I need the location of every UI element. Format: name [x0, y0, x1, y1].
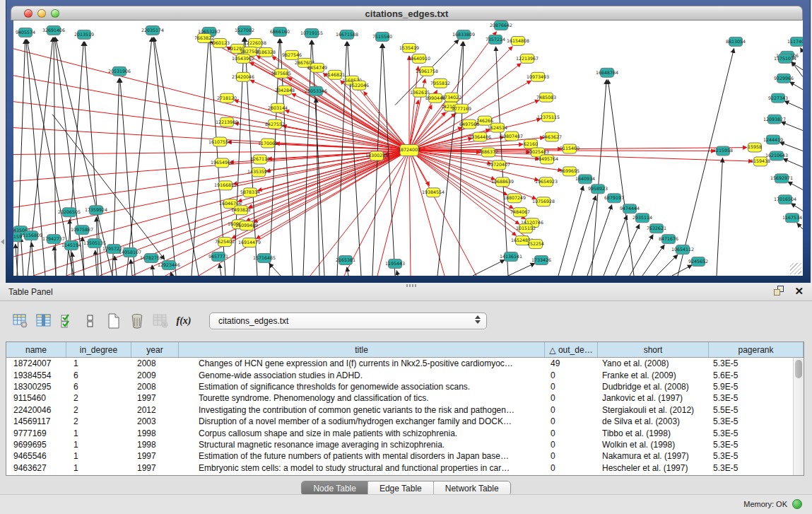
graph-node[interactable]: 14353594	[247, 168, 270, 177]
splitter-handle[interactable]	[406, 284, 416, 287]
graph-edge[interactable]	[508, 263, 535, 276]
graph-node[interactable]: 7357214	[486, 35, 505, 44]
graph-node[interactable]: 12213989	[216, 117, 238, 127]
graph-node[interactable]: 1493822	[231, 206, 251, 215]
graph-node[interactable]: 10975887	[71, 226, 93, 235]
column-header[interactable]: title	[179, 342, 545, 357]
graph-node[interactable]: 18640910	[408, 54, 430, 63]
column-header[interactable]: name	[6, 342, 66, 357]
graph-node[interactable]: 9699695	[560, 167, 579, 176]
graph-node[interactable]: 1117404	[787, 37, 803, 46]
graph-edge[interactable]	[473, 260, 505, 276]
table-row[interactable]: 1830029562008Estimation of significance …	[6, 381, 793, 392]
graph-edge[interactable]	[592, 80, 606, 276]
graph-node[interactable]: 19166852	[214, 181, 237, 190]
graph-node[interactable]: 9474444	[620, 204, 640, 214]
graph-node[interactable]: 18807249	[503, 194, 526, 203]
graph-edge[interactable]	[21, 238, 23, 276]
graph-node[interactable]: 7632621	[647, 224, 666, 233]
graph-node[interactable]: 746266	[476, 116, 493, 125]
graph-node[interactable]: 1195443	[385, 259, 405, 269]
table-row[interactable]: 1938455462009Genome-wide association stu…	[6, 369, 793, 380]
graph-node[interactable]: 19654923	[535, 177, 558, 187]
table-settings-icon[interactable]	[10, 311, 31, 331]
graph-node[interactable]: 10973493	[526, 72, 549, 81]
graph-edge[interactable]	[797, 223, 803, 230]
graph-node[interactable]: 7515540	[372, 32, 392, 41]
vertical-scrollbar[interactable]	[793, 358, 804, 475]
graph-node[interactable]: 8267110	[250, 155, 270, 164]
graph-node[interactable]: 9146821	[325, 70, 345, 79]
graph-edge[interactable]	[672, 265, 692, 276]
graph-node[interactable]: 16648784	[596, 68, 618, 77]
network-view-window[interactable]: citations_edges.txt 18724007940557432691…	[6, 0, 811, 283]
graph-edge[interactable]	[608, 80, 634, 276]
graph-node[interactable]: 16833809	[452, 30, 475, 39]
graph-edge[interactable]	[254, 150, 409, 222]
graph-edge[interactable]	[781, 122, 803, 130]
table-row[interactable]: 946362711997Embryonic stem cells: a mode…	[6, 462, 793, 474]
graph-edge[interactable]	[717, 158, 722, 276]
column-header[interactable]: △ out_de…	[545, 342, 598, 357]
canvas-resize-grip[interactable]	[790, 263, 801, 274]
graph-edge[interactable]	[791, 204, 803, 211]
graph-node[interactable]: 19654962	[211, 158, 233, 168]
graph-node[interactable]: 19384554	[422, 188, 445, 197]
graph-node[interactable]: 1733426	[531, 256, 551, 265]
graph-node[interactable]: 1527002	[235, 25, 254, 35]
graph-node[interactable]: 1015152	[516, 224, 536, 233]
column-header[interactable]: pagerank	[709, 342, 804, 357]
graph-node[interactable]: 8186328	[256, 47, 276, 57]
graph-node[interactable]: 1159438	[751, 157, 770, 166]
select-columns-icon[interactable]	[33, 311, 54, 331]
delete-table-icon[interactable]	[126, 311, 148, 331]
graph-node[interactable]: 1535419	[399, 43, 419, 52]
table-panel-header[interactable]: Table Panel ✕	[0, 283, 812, 301]
scrollbar-thumb[interactable]	[795, 360, 802, 378]
close-panel-icon[interactable]: ✕	[794, 286, 804, 296]
graph-node[interactable]: 15958	[748, 143, 762, 152]
table-row[interactable]: 1456911722003Disruption of a novel membe…	[6, 416, 793, 427]
graph-node[interactable]: 12213967	[516, 54, 539, 63]
graph-edge[interactable]	[55, 37, 112, 276]
graph-node[interactable]: 252254	[527, 240, 544, 249]
graph-node[interactable]: 1170062	[258, 139, 278, 148]
graph-node[interactable]: 62160	[524, 139, 538, 148]
graph-node[interactable]: 15692971	[770, 174, 793, 183]
graph-node[interactable]: 39159	[13, 233, 22, 242]
graph-edge[interactable]	[783, 158, 803, 167]
row-height-icon[interactable]	[80, 311, 101, 331]
tab-network-table[interactable]: Network Table	[434, 481, 510, 495]
graph-edge[interactable]	[558, 186, 583, 276]
graph-node[interactable]: 22035174	[141, 25, 164, 35]
graph-node[interactable]: 5878334	[240, 188, 260, 197]
graph-node[interactable]: 7955812	[430, 78, 450, 88]
graph-node[interactable]: 16154808	[507, 36, 529, 45]
float-panel-icon[interactable]	[774, 286, 784, 296]
graph-node[interactable]: 16671588	[336, 30, 358, 39]
graph-node[interactable]: 2165381	[336, 256, 355, 265]
graph-node[interactable]: 9777169	[452, 104, 471, 113]
network-canvas[interactable]: 1872400794055743269140620135192053190622…	[13, 21, 803, 276]
graph-edge[interactable]	[678, 49, 734, 276]
graph-edge[interactable]	[784, 101, 803, 110]
graph-node[interactable]: 8813054	[726, 37, 746, 46]
select-rows-icon[interactable]	[57, 311, 78, 331]
function-builder-icon[interactable]: f(x)	[173, 311, 194, 331]
graph-node[interactable]: 9227343	[768, 93, 788, 103]
graph-node[interactable]: 17016504	[774, 195, 796, 204]
memory-status-indicator[interactable]	[792, 499, 802, 509]
graph-edge[interactable]	[192, 39, 208, 276]
graph-node[interactable]: 7663822	[194, 33, 214, 42]
graph-node[interactable]: 20531906	[108, 66, 131, 76]
column-header[interactable]: in_degree	[66, 342, 131, 357]
hub-node[interactable]: 18724007	[398, 145, 420, 156]
column-header[interactable]: short	[598, 342, 709, 357]
graph-node[interactable]: 16107554	[208, 137, 231, 146]
graph-node[interactable]: 1522046	[349, 81, 369, 90]
graph-node[interactable]: 6879197	[604, 194, 624, 203]
graph-node[interactable]: 10720407	[488, 160, 510, 170]
graph-edge[interactable]	[219, 264, 221, 276]
graph-node[interactable]: 12375115	[537, 112, 560, 122]
graph-node[interactable]: 12923446	[158, 261, 180, 270]
